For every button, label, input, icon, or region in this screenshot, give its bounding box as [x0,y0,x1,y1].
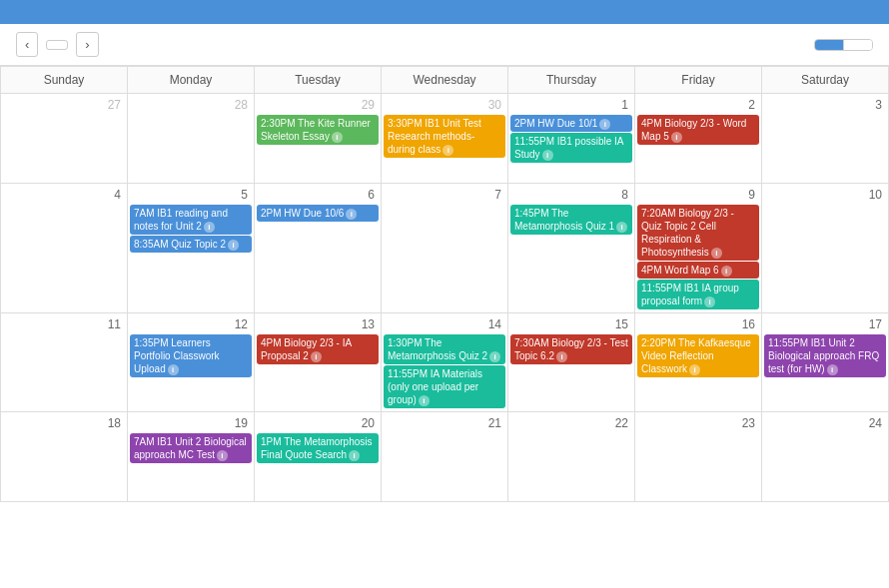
calendar-week-row: 457AM IB1 reading and notes for Unit 2i8… [1,184,889,313]
calendar-day-cell: 7 [382,184,508,313]
calendar-event[interactable]: 3:30PM IB1 Unit Test Research methods- d… [384,115,505,158]
info-icon: i [311,351,322,362]
day-number: 16 [637,315,759,333]
view-toggle [814,39,873,51]
info-icon: i [827,364,838,375]
info-icon: i [542,150,553,161]
calendar-event[interactable]: 1:35PM Learners Portfolio Classwork Uplo… [130,334,252,377]
calendar-event[interactable]: 7:30AM Biology 2/3 - Test Topic 6.2i [510,334,632,364]
day-number: 18 [3,414,125,432]
month-view-button[interactable] [815,40,844,50]
info-icon: i [204,222,215,233]
calendar-event[interactable]: 8:35AM Quiz Topic 2i [130,236,252,253]
calendar-event[interactable]: 1:45PM The Metamorphosis Quiz 1i [510,205,632,235]
toolbar: ‹ › [0,24,889,66]
calendar-day-cell: 57AM IB1 reading and notes for Unit 2i8:… [128,184,255,313]
day-number: 13 [257,315,379,333]
prev-button[interactable]: ‹ [16,32,38,57]
calendar-day-cell: 12PM HW Due 10/1i11:55PM IB1 possible IA… [508,94,635,184]
info-icon: i [556,351,567,362]
calendar-day-cell: 62PM HW Due 10/6i [255,184,382,313]
info-icon: i [419,395,430,406]
calendar-day-cell: 24PM Biology 2/3 - Word Map 5i [635,94,762,184]
calendar-event[interactable]: 2PM HW Due 10/6i [257,205,379,222]
calendar-day-cell: 197AM IB1 Unit 2 Biological approach MC … [128,412,255,502]
calendar-day-cell: 1711:55PM IB1 Unit 2 Biological approach… [762,313,889,412]
calendar-event[interactable]: 7AM IB1 reading and notes for Unit 2i [130,205,252,235]
calendar-day-cell: 303:30PM IB1 Unit Test Research methods-… [382,94,508,184]
day-number: 10 [764,186,886,204]
calendar-event[interactable]: 4PM Word Map 6i [637,262,759,279]
calendar-day-cell: 157:30AM Biology 2/3 - Test Topic 6.2i [508,313,635,412]
day-number: 3 [764,96,886,114]
info-icon: i [228,240,239,251]
day-number: 4 [3,186,125,204]
day-number: 27 [3,96,125,114]
info-icon: i [616,222,627,233]
calendar-day-cell: 162:20PM The Kafkaesque Video Reflection… [635,313,762,412]
day-number: 29 [257,96,379,114]
info-icon: i [689,364,700,375]
calendar-event[interactable]: 2:30PM The Kite Runner Skeleton Essayi [257,115,379,145]
day-number: 28 [130,96,252,114]
day-number: 17 [764,315,886,333]
day-number: 11 [3,315,125,333]
info-icon: i [671,132,682,143]
info-icon: i [599,119,610,130]
day-number: 21 [384,414,505,432]
calendar-day-cell: 21 [382,412,508,502]
calendar-event[interactable]: 4PM Biology 2/3 - IA Proposal 2i [257,334,379,364]
info-icon: i [217,450,228,461]
next-button[interactable]: › [76,32,98,57]
day-number: 24 [764,414,886,432]
calendar-day-cell: 23 [635,412,762,502]
calendar-day-cell: 28 [128,94,255,184]
calendar-day-cell: 141:30PM The Metamorphosis Quiz 2i11:55P… [382,313,508,412]
today-button[interactable] [46,40,68,50]
day-number: 12 [130,315,252,333]
calendar-event[interactable]: 7:20AM Biology 2/3 - Quiz Topic 2 Cell R… [637,205,759,261]
calendar-week-row: 18197AM IB1 Unit 2 Biological approach M… [1,412,889,502]
info-icon: i [443,145,453,156]
day-number: 23 [637,414,759,432]
day-number: 5 [130,186,252,204]
weekday-header: Friday [635,67,762,94]
calendar-day-cell: 3 [762,94,889,184]
day-number: 1 [510,96,632,114]
calendar-event[interactable]: 11:55PM IB1 possible IA Studyi [510,133,632,163]
day-number: 30 [384,96,505,114]
calendar-day-cell: 24 [762,412,889,502]
calendar-event[interactable]: 11:55PM IA Materials (only one upload pe… [384,365,505,408]
calendar-event[interactable]: 1PM The Metamorphosis Final Quote Search… [257,433,379,463]
calendar-day-cell: 121:35PM Learners Portfolio Classwork Up… [128,313,255,412]
weekday-header: Tuesday [255,67,382,94]
calendar-week-row: 2728292:30PM The Kite Runner Skeleton Es… [1,94,889,184]
weekday-header: Monday [128,67,255,94]
info-icon: i [349,450,360,461]
calendar-day-cell: 27 [1,94,128,184]
day-number: 2 [637,96,759,114]
calendar-day-cell: 97:20AM Biology 2/3 - Quiz Topic 2 Cell … [635,184,762,313]
calendar-week-row: 11121:35PM Learners Portfolio Classwork … [1,313,889,412]
info-icon: i [711,248,722,259]
calendar-event[interactable]: 1:30PM The Metamorphosis Quiz 2i [384,334,505,364]
calendar-day-cell: 22 [508,412,635,502]
calendar-grid: SundayMondayTuesdayWednesdayThursdayFrid… [0,66,889,502]
calendar-day-cell: 292:30PM The Kite Runner Skeleton Essayi [255,94,382,184]
calendar-day-cell: 4 [1,184,128,313]
calendar-event[interactable]: 7AM IB1 Unit 2 Biological approach MC Te… [130,433,252,463]
info-icon: i [332,132,343,143]
header-bar [0,0,889,24]
calendar-event[interactable]: 11:55PM IB1 IA group proposal formi [637,280,759,309]
info-icon: i [168,364,179,375]
day-number: 14 [384,315,505,333]
day-number: 9 [637,186,759,204]
calendar-event[interactable]: 11:55PM IB1 Unit 2 Biological approach F… [764,334,886,377]
calendar-event[interactable]: 4PM Biology 2/3 - Word Map 5i [637,115,759,145]
calendar-day-cell: 201PM The Metamorphosis Final Quote Sear… [255,412,382,502]
week-view-button[interactable] [844,40,872,50]
day-number: 22 [510,414,632,432]
calendar-event[interactable]: 2:20PM The Kafkaesque Video Reflection C… [637,334,759,377]
day-number: 6 [257,186,379,204]
calendar-event[interactable]: 2PM HW Due 10/1i [510,115,632,132]
